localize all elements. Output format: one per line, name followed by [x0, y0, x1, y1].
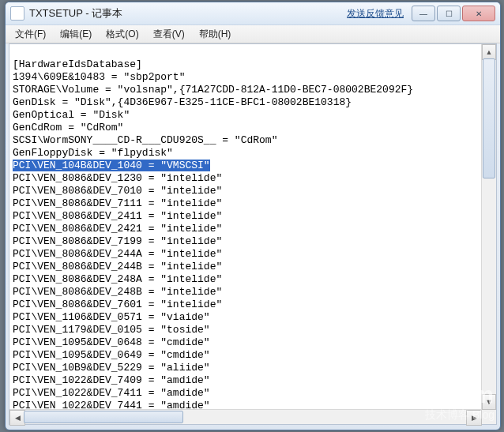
text-line[interactable]: PCI\VEN_1106&DEV_0571 = "viaide" — [13, 311, 479, 324]
text-line[interactable]: GenCdRom = "CdRom" — [13, 122, 479, 134]
text-line[interactable]: PCI\VEN_8086&DEV_1230 = "intelide" — [13, 172, 479, 185]
text-line[interactable]: GenDisk = "Disk",{4D36E967-E325-11CE-BFC… — [13, 96, 479, 109]
window-buttons: — ☐ ✕ — [410, 6, 495, 21]
menu-help[interactable]: 帮助(H) — [193, 26, 238, 43]
text-line[interactable]: PCI\VEN_1179&DEV_0105 = "toside" — [13, 324, 479, 336]
text-line[interactable]: 1394\609E&10483 = "sbp2port" — [13, 71, 479, 84]
text-line[interactable]: PCI\VEN_8086&DEV_7199 = "intelide" — [13, 235, 479, 248]
menu-view[interactable]: 查看(V) — [147, 26, 191, 43]
text-line[interactable] — [13, 46, 479, 58]
text-line[interactable]: PCI\VEN_8086&DEV_7010 = "intelide" — [13, 185, 479, 197]
text-line[interactable]: STORAGE\Volume = "volsnap",{71A27CDD-812… — [13, 84, 479, 96]
close-button[interactable]: ✕ — [462, 6, 495, 21]
text-line[interactable]: PCI\VEN_104B&DEV_1040 = "VMSCSI" — [13, 160, 479, 172]
text-line[interactable]: [HardwareIdsDatabase] — [13, 58, 479, 71]
scroll-right-button[interactable]: ▶ — [466, 410, 482, 426]
vscroll-thumb[interactable] — [483, 58, 495, 178]
menu-file[interactable]: 文件(F) — [9, 26, 52, 43]
app-icon — [10, 6, 24, 21]
vertical-scrollbar[interactable]: ▲ ▼ — [481, 44, 496, 410]
maximize-button[interactable]: ☐ — [437, 6, 461, 21]
feedback-link[interactable]: 发送反馈意见 — [347, 7, 404, 21]
minimize-button[interactable]: — — [412, 6, 435, 21]
horizontal-scrollbar[interactable]: ◀ ▶ — [9, 409, 482, 424]
text-line[interactable]: PCI\VEN_8086&DEV_248B = "intelide" — [13, 286, 479, 299]
text-line[interactable]: PCI\VEN_1022&DEV_7411 = "amdide" — [13, 387, 479, 400]
scroll-left-button[interactable]: ◀ — [9, 410, 25, 426]
vscroll-track[interactable] — [482, 58, 496, 396]
hscroll-track[interactable] — [24, 410, 468, 424]
text-line[interactable]: PCI\VEN_8086&DEV_7601 = "intelide" — [13, 299, 479, 311]
client-area: [HardwareIdsDatabase]1394\609E&10483 = "… — [9, 43, 497, 425]
titlebar[interactable]: TXTSETUP - 记事本 发送反馈意见 — ☐ ✕ — [6, 2, 500, 25]
text-line[interactable]: PCI\VEN_8086&DEV_248A = "intelide" — [13, 273, 479, 286]
window-title: TXTSETUP - 记事本 — [29, 6, 347, 21]
hscroll-thumb[interactable] — [24, 411, 183, 423]
text-area[interactable]: [HardwareIdsDatabase]1394\609E&10483 = "… — [9, 44, 482, 410]
notepad-window: TXTSETUP - 记事本 发送反馈意见 — ☐ ✕ 文件(F) 编辑(E) … — [5, 2, 501, 430]
text-line[interactable]: GenFloppyDisk = "flpydisk" — [13, 147, 479, 160]
menubar: 文件(F) 编辑(E) 格式(O) 查看(V) 帮助(H) — [6, 25, 500, 43]
scroll-up-button[interactable]: ▲ — [482, 44, 496, 60]
menu-edit[interactable]: 编辑(E) — [54, 26, 98, 43]
text-line[interactable]: PCI\VEN_8086&DEV_244B = "intelide" — [13, 261, 479, 273]
text-line[interactable]: PCI\VEN_8086&DEV_244A = "intelide" — [13, 248, 479, 261]
menu-format[interactable]: 格式(O) — [100, 26, 145, 43]
scroll-corner — [482, 410, 496, 424]
text-line[interactable]: PCI\VEN_8086&DEV_2421 = "intelide" — [13, 223, 479, 235]
text-line[interactable]: PCI\VEN_8086&DEV_2411 = "intelide" — [13, 210, 479, 223]
text-line[interactable]: PCI\VEN_1095&DEV_0648 = "cmdide" — [13, 336, 479, 349]
text-line[interactable]: PCI\VEN_1095&DEV_0649 = "cmdide" — [13, 349, 479, 362]
text-line[interactable]: SCSI\WormSONY____CD-R___CDU920S__ = "CdR… — [13, 134, 479, 147]
text-line[interactable]: PCI\VEN_10B9&DEV_5229 = "aliide" — [13, 362, 479, 374]
scroll-down-button[interactable]: ▼ — [482, 394, 496, 410]
text-line[interactable]: PCI\VEN_1022&DEV_7409 = "amdide" — [13, 374, 479, 387]
text-line[interactable]: PCI\VEN_8086&DEV_7111 = "intelide" — [13, 197, 479, 210]
text-line[interactable]: GenOptical = "Disk" — [13, 109, 479, 122]
